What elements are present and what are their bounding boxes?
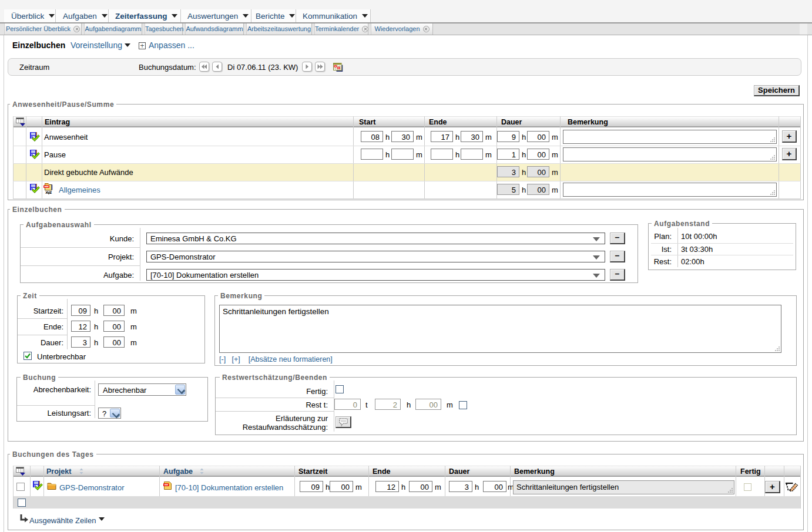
- svg-text:xyz: xyz: [45, 190, 52, 194]
